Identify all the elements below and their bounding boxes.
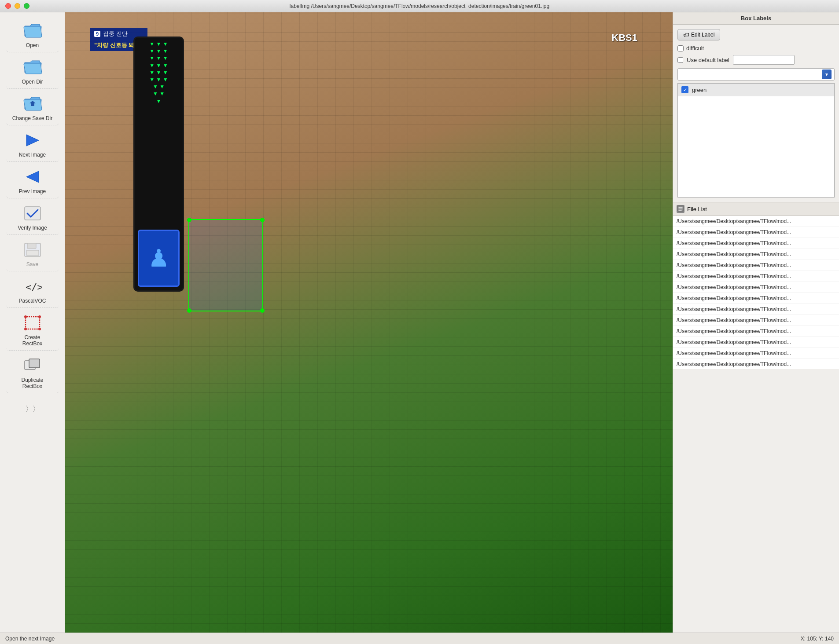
handle-tr[interactable]	[260, 218, 265, 222]
file-item-6[interactable]: /Users/sangmee/Desktop/sangmee/TFlow/mod…	[673, 282, 839, 293]
maximize-button[interactable]	[24, 3, 29, 9]
duplicate-rect-icon	[22, 355, 43, 376]
use-default-label-text: Use default label	[687, 57, 729, 63]
verify-image-label: Verify Image	[18, 225, 47, 231]
arrow-row-3: ▼ ▼ ▼	[149, 55, 168, 61]
file-item-7[interactable]: /Users/sangmee/Desktop/sangmee/TFlow/mod…	[673, 293, 839, 304]
next-image-label: Next Image	[19, 152, 46, 158]
difficult-row: difficult	[677, 45, 835, 51]
open-dir-folder-icon	[22, 57, 43, 78]
open-folder-icon	[22, 20, 43, 41]
label-text-green: green	[692, 87, 707, 93]
file-item-4[interactable]: /Users/sangmee/Desktop/sangmee/TFlow/mod…	[673, 260, 839, 271]
file-item-13[interactable]: /Users/sangmee/Desktop/sangmee/TFlow/mod…	[673, 359, 839, 369]
svg-point-9	[38, 315, 41, 318]
svg-point-10	[24, 328, 27, 330]
label-dropdown[interactable]: ▼	[677, 68, 835, 80]
toolbar-save[interactable]: Save	[6, 236, 59, 271]
close-button[interactable]	[5, 3, 11, 9]
file-item-8[interactable]: /Users/sangmee/Desktop/sangmee/TFlow/mod…	[673, 304, 839, 315]
arrow-row-1: ▼ ▼ ▼	[149, 41, 168, 47]
label-item-green[interactable]: ✓ green	[678, 84, 834, 96]
file-item-1[interactable]: /Users/sangmee/Desktop/sangmee/TFlow/mod…	[673, 227, 839, 238]
status-right: X: 105; Y: 140	[801, 636, 834, 642]
open-label: Open	[26, 42, 39, 48]
traffic-light: ▼ ▼ ▼ ▼ ▼ ▼ ▼ ▼ ▼ ▼ ▼ ▼ ▼ ▼ ▼ ▼ ▼ ▼ ▼ ▼ …	[133, 37, 184, 292]
toolbar-pascal-voc[interactable]: </> PascalVOC	[6, 272, 59, 308]
use-default-label-checkbox[interactable]	[677, 57, 683, 63]
toolbar-prev-image[interactable]: Prev Image	[6, 163, 59, 198]
file-item-2[interactable]: /Users/sangmee/Desktop/sangmee/TFlow/mod…	[673, 238, 839, 249]
box-labels-section: 🏷 Edit Label difficult Use default label…	[673, 25, 839, 202]
svg-rect-7	[26, 317, 40, 329]
difficult-label: difficult	[686, 45, 704, 51]
canvas-area[interactable]: KBS1 9 집중 진단 "차량 신호등 봐야" ▼ ▼ ▼ ▼ ▼ ▼ ▼	[65, 12, 673, 633]
expand-icon: 〉〉	[26, 405, 40, 414]
handle-br[interactable]	[260, 308, 265, 313]
prev-image-icon	[22, 166, 43, 187]
svg-point-8	[24, 315, 27, 318]
arrow-row-4: ▼ ▼ ▼	[149, 63, 168, 69]
toolbar-open-dir[interactable]: Open Dir	[6, 53, 59, 89]
file-list-items[interactable]: /Users/sangmee/Desktop/sangmee/TFlow/mod…	[673, 216, 839, 369]
box-labels-title: Box Labels	[673, 12, 839, 25]
label-list: ✓ green	[677, 83, 835, 198]
channel-badge: 9	[94, 31, 100, 37]
file-item-12[interactable]: /Users/sangmee/Desktop/sangmee/TFlow/mod…	[673, 348, 839, 359]
file-item-9[interactable]: /Users/sangmee/Desktop/sangmee/TFlow/mod…	[673, 315, 839, 326]
toolbar-next-image[interactable]: Next Image	[6, 126, 59, 162]
kbs-watermark: KBS1	[611, 32, 637, 44]
file-list-title-text: File List	[687, 206, 707, 212]
arrow-row-6: ▼ ▼ ▼	[149, 77, 168, 83]
file-list-title-bar: File List	[673, 202, 839, 216]
difficult-checkbox[interactable]	[677, 45, 684, 51]
pascal-voc-label: PascalVOC	[18, 298, 46, 304]
walk-signal-box: ♟	[138, 230, 180, 287]
file-item-10[interactable]: /Users/sangmee/Desktop/sangmee/TFlow/mod…	[673, 326, 839, 337]
toolbar-verify-image[interactable]: Verify Image	[6, 199, 59, 235]
status-left: Open the next Image	[5, 636, 55, 642]
file-item-3[interactable]: /Users/sangmee/Desktop/sangmee/TFlow/mod…	[673, 249, 839, 260]
bounding-box[interactable]	[188, 219, 263, 311]
window-controls	[5, 3, 29, 9]
expand-toolbar-btn[interactable]: 〉〉	[22, 401, 43, 417]
pascal-voc-icon: </>	[22, 276, 43, 297]
file-list-section: File List /Users/sangmee/Desktop/sangmee…	[673, 202, 839, 369]
use-default-label-row: Use default label	[677, 55, 835, 65]
toolbar-change-save-dir[interactable]: Change Save Dir	[6, 90, 59, 125]
window-title: labelImg /Users/sangmee/Desktop/sangmee/…	[290, 3, 549, 9]
open-dir-label: Open Dir	[22, 79, 43, 85]
svg-rect-13	[29, 359, 40, 368]
minimize-button[interactable]	[15, 3, 20, 9]
handle-bl[interactable]	[187, 308, 191, 313]
verify-image-icon	[22, 203, 43, 224]
create-rect-label: CreateRectBox	[22, 334, 42, 347]
toolbar-create-rect[interactable]: CreateRectBox	[6, 309, 59, 351]
label-checkbox-green: ✓	[681, 86, 688, 93]
green-arrows-section: ▼ ▼ ▼ ▼ ▼ ▼ ▼ ▼ ▼ ▼ ▼ ▼ ▼ ▼ ▼ ▼ ▼ ▼ ▼ ▼ …	[136, 41, 181, 227]
arrow-row-2: ▼ ▼ ▼	[149, 48, 168, 54]
prev-image-label: Prev Image	[19, 188, 46, 194]
default-label-input[interactable]	[733, 55, 795, 65]
edit-label-btn[interactable]: 🏷 Edit Label	[677, 29, 720, 40]
change-save-dir-icon	[22, 93, 43, 114]
arrow-row-8: ▼ ▼	[153, 91, 165, 97]
create-rect-icon	[22, 312, 43, 333]
next-image-icon	[22, 130, 43, 151]
arrow-row-9: ▼	[156, 99, 162, 104]
edit-label-icon: 🏷	[683, 31, 689, 38]
right-panel: Box Labels 🏷 Edit Label difficult Use de…	[673, 12, 839, 633]
toolbar-duplicate-rect[interactable]: DuplicateRectBox	[6, 351, 59, 393]
file-list-icon	[677, 205, 684, 213]
svg-point-11	[38, 328, 41, 330]
svg-marker-0	[26, 135, 39, 146]
file-item-11[interactable]: /Users/sangmee/Desktop/sangmee/TFlow/mod…	[673, 337, 839, 348]
handle-tl[interactable]	[187, 218, 191, 222]
svg-rect-5	[26, 250, 39, 256]
svg-rect-4	[27, 243, 36, 249]
toolbar-open[interactable]: Open	[6, 17, 59, 52]
arrow-row-7: ▼ ▼	[153, 84, 165, 90]
file-item-0[interactable]: /Users/sangmee/Desktop/sangmee/TFlow/mod…	[673, 216, 839, 227]
save-label: Save	[26, 261, 38, 267]
file-item-5[interactable]: /Users/sangmee/Desktop/sangmee/TFlow/mod…	[673, 271, 839, 282]
